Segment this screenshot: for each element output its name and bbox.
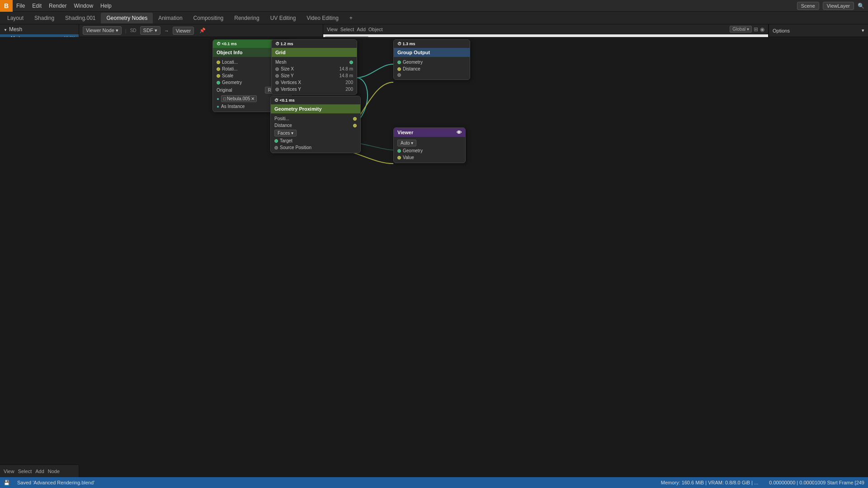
viewport-btn2[interactable]: ⊞ — [754, 26, 758, 33]
nav-view[interactable]: View — [4, 469, 14, 474]
menu-render[interactable]: Render — [45, 0, 70, 12]
viewer-auto-btn[interactable]: Auto ▾ — [397, 140, 416, 146]
status-bar: 💾 Saved 'Advanced Rendering.blend' Memor… — [0, 477, 868, 488]
add-menu[interactable]: Add — [357, 27, 366, 32]
grid-node[interactable]: ⏱ 1.2 ms Grid Mesh Size X 14.8 m — [323, 39, 357, 95]
viewport-btn1[interactable]: Global ▾ — [730, 26, 752, 33]
grid-mesh-row: Mesh — [323, 59, 357, 66]
tab-uv-editing[interactable]: UV Editing — [265, 13, 302, 23]
node-canvas[interactable]: ⏱ <0.1 ms Object Info Locati... Rotati..… — [323, 37, 868, 477]
grid-timing: ⏱ 1.2 ms — [323, 40, 357, 48]
tab-video-editing[interactable]: Video Editing — [301, 13, 344, 23]
coords-info: 0.00000000 | 0.00001009 Start Frame [249 — [769, 480, 864, 485]
gp-body: Positi... Distance Faces ▾ Target — [323, 113, 360, 153]
spreadsheet-selector[interactable]: Viewer Node ▾ — [83, 26, 122, 35]
memory-info: Memory: 160.6 MiB | VRAM: 0.8/8.0 GiB | … — [661, 480, 758, 485]
left-nav-bar: View Select Add Node — [0, 465, 79, 477]
nav-select[interactable]: Select — [18, 469, 32, 474]
go-distance-socket[interactable] — [397, 67, 401, 71]
status-icon: 💾 — [4, 480, 10, 486]
ss-pin-icon[interactable]: 📌 — [199, 28, 206, 33]
menu-file[interactable]: File — [13, 0, 28, 12]
viewer-node-icon[interactable]: 👁 — [457, 130, 462, 135]
viewer-geometry-socket[interactable] — [397, 149, 401, 153]
grid-sizey-row: Size Y 14.8 m — [323, 72, 357, 79]
grid-sizex-row: Size X 14.8 m — [323, 66, 357, 72]
grid-verticesy-label: Vertices Y — [323, 87, 344, 92]
go-title: Group Output — [394, 48, 470, 57]
gp-positi-label: Positi... — [323, 116, 351, 121]
top-menu-bar: B File Edit Render Window Help Scene Vie… — [0, 0, 868, 12]
nav-add[interactable]: Add — [35, 469, 44, 474]
ss-viewer[interactable]: Viewer — [173, 27, 194, 35]
go-extra-socket[interactable] — [397, 73, 401, 77]
grid-mesh-label: Mesh — [323, 60, 348, 65]
ss-object-type: SD — [130, 28, 137, 33]
status-message: Saved 'Advanced Rendering.blend' — [17, 480, 94, 485]
grid-sizex-value: 14.8 m — [339, 66, 353, 71]
group-output-node[interactable]: ⏱ 1.3 ms Group Output Geometry Distance — [393, 39, 470, 80]
viewer-value-label: Value — [403, 155, 462, 160]
viewport-header: View Select Add Object Global ▾ ⊞ ◉ — [323, 24, 768, 34]
go-body: Geometry Distance — [394, 57, 470, 80]
menu-help[interactable]: Help — [97, 0, 115, 12]
search-icon[interactable]: 🔍 — [858, 3, 864, 9]
options-label: Options — [773, 28, 790, 33]
view-mode[interactable]: View — [327, 27, 338, 32]
gp-distance-label: Distance — [323, 123, 351, 128]
tab-add[interactable]: + — [344, 13, 358, 23]
viewport-btn3[interactable]: ◉ — [760, 26, 764, 33]
tab-layout[interactable]: Layout — [2, 13, 29, 23]
tab-compositing[interactable]: Compositing — [188, 13, 229, 23]
grid-mesh-socket[interactable] — [349, 61, 353, 64]
go-distance-row: Distance — [394, 66, 470, 72]
tab-shading-001[interactable]: Shading.001 — [60, 13, 101, 23]
ss-data-path[interactable]: SDF ▾ — [140, 26, 160, 35]
workspace-tabs: Layout Shading Shading.001 Geometry Node… — [0, 12, 868, 24]
tab-shading[interactable]: Shading — [29, 13, 60, 23]
grid-sizey-value: 14.8 m — [339, 73, 353, 78]
viewer-node-body: Auto ▾ Geometry Value — [394, 137, 465, 163]
tab-animation[interactable]: Animation — [153, 13, 188, 23]
grid-body: Mesh Size X 14.8 m Size Y 14.8 m — [323, 57, 357, 94]
go-distance-label: Distance — [403, 66, 466, 71]
go-extra-row — [394, 72, 470, 78]
gp-distance-socket[interactable] — [353, 124, 357, 127]
menu-edit[interactable]: Edit — [28, 0, 45, 12]
mesh-expand-icon — [4, 26, 7, 33]
go-geometry-label: Geometry — [403, 60, 466, 65]
gp-positi-row: Positi... — [323, 115, 360, 122]
geometry-proximity-node[interactable]: ⏱ <0.1 ms Geometry Proximity Positi... D… — [323, 96, 361, 153]
viewer-value-row: Value — [394, 154, 465, 161]
gp-target-label: Target — [323, 138, 357, 143]
viewer-node[interactable]: Viewer 👁 Auto ▾ Geometry Val — [393, 127, 466, 163]
gp-timing: ⏱ <0.1 ms — [323, 96, 360, 104]
scene-selector[interactable]: Scene — [797, 2, 819, 10]
view-layer-selector[interactable]: ViewLayer — [823, 2, 854, 10]
gp-source-row: Source Position — [323, 144, 360, 151]
go-timing: ⏱ 1.3 ms — [394, 40, 470, 48]
grid-verticesy-row: Vertices Y 200 — [323, 86, 357, 93]
viewer-node-header: Viewer 👁 — [394, 128, 465, 137]
object-menu[interactable]: Object — [368, 27, 383, 32]
gp-distance-row: Distance — [323, 122, 360, 129]
menu-window[interactable]: Window — [70, 0, 97, 12]
mesh-header[interactable]: Mesh — [0, 24, 79, 34]
ss-arrow: → — [164, 28, 169, 33]
go-label: Group Output — [397, 50, 430, 55]
blender-logo: B — [0, 0, 13, 12]
go-geometry-socket[interactable] — [397, 61, 401, 64]
tab-geometry-nodes[interactable]: Geometry Nodes — [101, 13, 153, 23]
gp-positi-socket[interactable] — [353, 117, 357, 121]
tab-rendering[interactable]: Rendering — [229, 13, 264, 23]
viewer-geometry-label: Geometry — [403, 148, 462, 153]
grid-verticesx-label: Vertices X — [323, 80, 344, 85]
viewer-value-socket[interactable] — [397, 156, 401, 160]
spreadsheet-toolbar: Viewer Node ▾ | SD SDF ▾ → Viewer 📌 — [79, 24, 323, 37]
nav-node[interactable]: Node — [48, 469, 60, 474]
select-menu[interactable]: Select — [340, 27, 354, 32]
mesh-label: Mesh — [9, 26, 22, 33]
options-arrow[interactable]: ▾ — [862, 28, 864, 33]
grid-sizex-label: Size X — [323, 66, 337, 71]
viewer-geometry-row: Geometry — [394, 147, 465, 154]
